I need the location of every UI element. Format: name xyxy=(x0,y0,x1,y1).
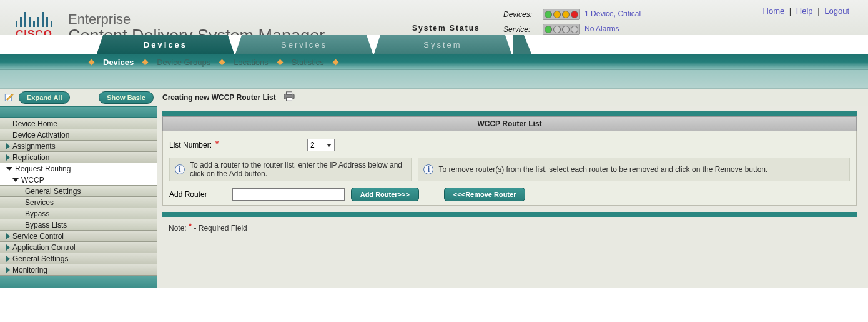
tab-services[interactable]: Services xyxy=(235,35,373,54)
sidebar-footer xyxy=(0,276,157,288)
chevron-down-icon xyxy=(327,144,332,147)
subnav-spacer xyxy=(0,70,868,89)
teal-divider xyxy=(162,212,857,217)
diamond-icon xyxy=(142,59,149,65)
status-row-devices: Devices: 1 Device, Critical xyxy=(498,8,644,21)
sidebar-item-wccp-bypass[interactable]: Bypass xyxy=(0,208,157,219)
sidebar-toolbar: Expand All Show Basic xyxy=(0,89,157,106)
diamond-icon xyxy=(89,59,95,65)
subnav-locations[interactable]: Locations xyxy=(234,58,269,67)
add-router-row: Add Router Add Router>>> <<<Remove Route… xyxy=(169,188,850,201)
show-basic-button[interactable]: Show Basic xyxy=(99,91,154,104)
printer-icon[interactable] xyxy=(282,91,296,104)
note-row: Note: * - Required Field xyxy=(162,217,857,239)
sidebar-item-wccp[interactable]: WCCP xyxy=(0,174,157,186)
panel-title: WCCP Router List xyxy=(162,116,857,131)
list-number-value: 2 xyxy=(310,141,315,149)
status-link-service[interactable]: No Alarms xyxy=(584,24,619,33)
sub-nav: Devices Device Groups Locations Statisti… xyxy=(0,54,868,70)
title-small: Enterprise xyxy=(68,11,325,28)
remove-router-button[interactable]: <<<Remove Router xyxy=(444,188,526,201)
diamond-icon xyxy=(332,59,338,65)
status-link-devices[interactable]: 1 Device, Critical xyxy=(584,9,641,18)
main-tabs: Devices Services System xyxy=(0,35,868,54)
note-prefix: Note: xyxy=(169,224,189,233)
home-link[interactable]: Home xyxy=(763,6,785,16)
sidebar-item-application-control[interactable]: Application Control xyxy=(0,242,157,253)
cisco-bars-icon xyxy=(16,9,52,27)
list-number-row: List Number:* 2 xyxy=(169,139,850,151)
sidebar-item-wccp-bypass-lists[interactable]: Bypass Lists xyxy=(0,219,157,231)
tab-tail-decoration xyxy=(513,35,531,54)
tab-system[interactable]: System xyxy=(374,35,511,54)
chevron-right-icon xyxy=(6,256,10,262)
body-row: Expand All Show Basic Device Home Device… xyxy=(0,89,868,288)
sidebar-item-wccp-general[interactable]: General Settings xyxy=(0,186,157,197)
hint-add-text: To add a router to the router list, ente… xyxy=(190,161,406,178)
diamond-icon xyxy=(277,59,283,65)
diamond-icon xyxy=(219,59,225,65)
status-lights-icon xyxy=(543,9,580,20)
sidebar-item-general-settings[interactable]: General Settings xyxy=(0,253,157,264)
note-suffix: - Required Field xyxy=(192,224,247,233)
status-label: Devices: xyxy=(498,8,538,21)
status-lights-icon xyxy=(543,24,580,35)
chevron-right-icon xyxy=(6,154,10,161)
list-number-select[interactable]: 2 xyxy=(307,139,335,151)
main-panel: Creating new WCCP Router List WCCP Route… xyxy=(157,89,868,288)
add-router-label: Add Router xyxy=(169,190,207,199)
list-number-label: List Number: xyxy=(169,141,212,149)
sidebar: Expand All Show Basic Device Home Device… xyxy=(0,89,157,288)
sidebar-gap xyxy=(0,106,157,118)
sidebar-item-assignments[interactable]: Assignments xyxy=(0,141,157,152)
sidebar-item-device-activation[interactable]: Device Activation xyxy=(0,129,157,141)
top-links: Home | Help | Logout xyxy=(763,6,849,16)
svg-rect-2 xyxy=(286,92,292,95)
hint-add: i To add a router to the router list, en… xyxy=(169,158,412,181)
sidebar-item-device-home[interactable]: Device Home xyxy=(0,118,157,129)
chevron-down-icon xyxy=(6,167,12,171)
sidebar-item-request-routing[interactable]: Request Routing xyxy=(0,163,157,174)
sidebar-item-replication[interactable]: Replication xyxy=(0,152,157,163)
edit-icon[interactable] xyxy=(4,92,15,103)
page-title-row: Creating new WCCP Router List xyxy=(157,89,868,106)
expand-all-button[interactable]: Expand All xyxy=(19,91,70,104)
chevron-right-icon xyxy=(6,233,10,239)
page-title: Creating new WCCP Router List xyxy=(162,93,276,102)
required-asterisk: * xyxy=(189,221,192,231)
chevron-down-icon xyxy=(12,178,19,182)
sidebar-list: Device Home Device Activation Assignment… xyxy=(0,118,157,276)
system-status-label: System Status xyxy=(412,24,480,33)
sidebar-item-wccp-services[interactable]: Services xyxy=(0,197,157,208)
add-router-input[interactable] xyxy=(232,188,345,201)
info-icon: i xyxy=(175,164,185,174)
sidebar-item-service-control[interactable]: Service Control xyxy=(0,231,157,242)
status-row-service: Service: No Alarms xyxy=(498,23,644,36)
subnav-devices[interactable]: Devices xyxy=(103,58,134,67)
status-label: Service: xyxy=(498,23,538,36)
chevron-right-icon xyxy=(6,267,10,273)
sidebar-item-monitoring[interactable]: Monitoring xyxy=(0,264,157,276)
required-asterisk: * xyxy=(215,139,219,148)
hint-row: i To add a router to the router list, en… xyxy=(169,158,850,181)
info-icon: i xyxy=(423,164,433,174)
svg-rect-3 xyxy=(286,98,292,101)
chevron-right-icon xyxy=(6,143,10,149)
hint-remove: i To remove router(s) from the list, sel… xyxy=(418,158,850,181)
chevron-right-icon xyxy=(6,244,10,251)
tab-devices[interactable]: Devices xyxy=(97,35,234,54)
hint-remove-text: To remove router(s) from the list, selec… xyxy=(438,165,767,174)
panel-body: List Number:* 2 i To add a router to the… xyxy=(162,131,857,206)
subnav-statistics[interactable]: Statistics xyxy=(292,58,324,67)
add-router-button[interactable]: Add Router>>> xyxy=(351,188,419,201)
help-link[interactable]: Help xyxy=(796,6,813,16)
logout-link[interactable]: Logout xyxy=(824,6,849,16)
subnav-device-groups[interactable]: Device Groups xyxy=(157,58,210,67)
teal-divider xyxy=(162,111,857,116)
